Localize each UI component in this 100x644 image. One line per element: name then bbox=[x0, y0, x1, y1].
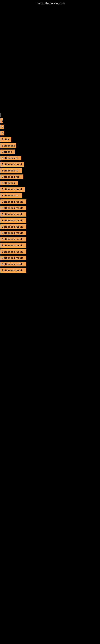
result-item: Bottleneck resul bbox=[0, 187, 100, 192]
result-item: B bbox=[0, 131, 100, 136]
result-bar[interactable]: Bottle bbox=[0, 137, 11, 142]
result-bar[interactable]: B bbox=[0, 124, 4, 129]
result-item: Bottleneck bbox=[0, 181, 100, 185]
result-bar[interactable]: Bottleneck bbox=[0, 181, 18, 185]
results-container: BBBBottleBottleneckBottleneBottleneck re… bbox=[0, 111, 100, 273]
top-black-area bbox=[0, 6, 100, 111]
result-item: Bottle bbox=[0, 137, 100, 142]
result-bar[interactable]: Bottleneck resul bbox=[0, 187, 25, 192]
result-item: Bottleneck re bbox=[0, 156, 100, 160]
result-item: Bottleneck result bbox=[0, 218, 100, 223]
result-bar[interactable]: Bottleneck result bbox=[0, 231, 26, 235]
result-bar[interactable]: Bottleneck result bbox=[0, 200, 26, 204]
result-item: Bottleneck result bbox=[0, 249, 100, 254]
bars-list: BBBBottleBottleneckBottleneBottleneck re… bbox=[0, 118, 100, 273]
result-item: Bottleneck resul bbox=[0, 162, 100, 167]
result-item: Bottleneck result bbox=[0, 262, 100, 266]
result-bar[interactable]: Bottleneck re bbox=[0, 193, 22, 198]
result-bar[interactable]: Bottleneck result bbox=[0, 268, 26, 273]
result-bar[interactable]: Bottleneck result bbox=[0, 243, 26, 248]
result-bar[interactable]: Bottleneck resul bbox=[0, 162, 24, 167]
result-bar[interactable]: B bbox=[0, 118, 3, 123]
result-item: Bottleneck result bbox=[0, 237, 100, 242]
result-bar[interactable]: Bottleneck result bbox=[0, 206, 26, 210]
result-item: Bottleneck result bbox=[0, 206, 100, 210]
result-item: Bottleneck result bbox=[0, 268, 100, 273]
result-item: Bottleneck result bbox=[0, 200, 100, 204]
result-item: Bottleneck result bbox=[0, 231, 100, 235]
result-bar[interactable]: B bbox=[0, 131, 4, 136]
result-bar[interactable]: Bottleneck re bbox=[0, 168, 22, 173]
result-item: Bottlene bbox=[0, 150, 100, 154]
result-bar[interactable]: Bottleneck result bbox=[0, 237, 26, 242]
site-title-area: TheBottlenecker.com bbox=[0, 0, 100, 6]
result-item: Bottleneck result bbox=[0, 224, 100, 229]
result-item: Bottleneck re bbox=[0, 168, 100, 173]
site-title: TheBottlenecker.com bbox=[0, 0, 100, 6]
result-item: Bottleneck result bbox=[0, 256, 100, 260]
result-item: Bottleneck bbox=[0, 143, 100, 148]
spacer-line bbox=[0, 113, 1, 117]
result-item: B bbox=[0, 124, 100, 129]
result-bar[interactable]: Bottleneck re bbox=[0, 156, 21, 160]
result-item: Bottleneck result bbox=[0, 212, 100, 216]
result-bar[interactable]: Bottleneck result bbox=[0, 212, 26, 216]
result-bar[interactable]: Bottleneck result bbox=[0, 249, 26, 254]
result-bar[interactable]: Bottleneck result bbox=[0, 262, 26, 266]
result-bar[interactable]: Bottleneck res bbox=[0, 174, 23, 179]
result-bar[interactable]: Bottleneck bbox=[0, 143, 16, 148]
result-item: B bbox=[0, 118, 100, 123]
result-bar[interactable]: Bottleneck result bbox=[0, 224, 26, 229]
result-bar[interactable]: Bottleneck result bbox=[0, 256, 26, 260]
result-bar[interactable]: Bottlene bbox=[0, 150, 15, 154]
result-item: Bottleneck re bbox=[0, 193, 100, 198]
result-bar[interactable]: Bottleneck result bbox=[0, 218, 26, 223]
result-item: Bottleneck res bbox=[0, 174, 100, 179]
result-item: Bottleneck result bbox=[0, 243, 100, 248]
